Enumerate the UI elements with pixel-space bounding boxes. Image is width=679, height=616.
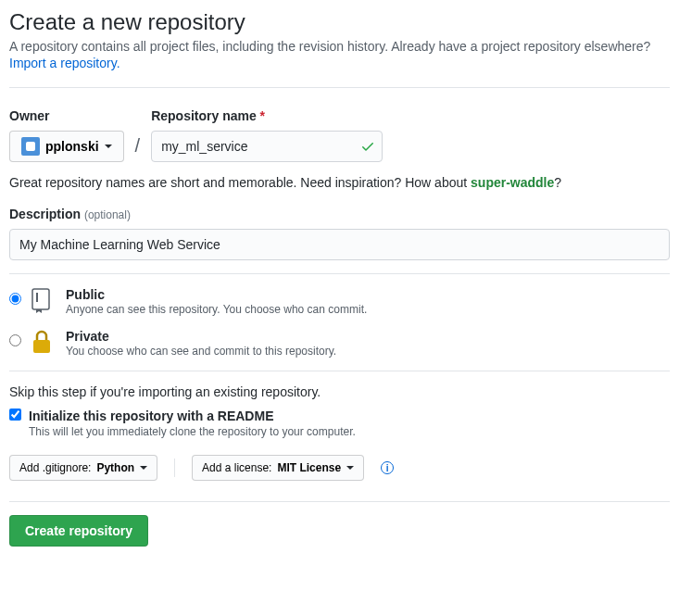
readme-checkbox[interactable] [9,409,21,421]
chevron-down-icon [105,145,112,148]
repo-name-input[interactable] [151,131,383,162]
page-title: Create a new repository [9,9,670,35]
private-title: Private [66,329,336,344]
readme-desc: This will let you immediately clone the … [29,425,356,438]
svg-rect-2 [33,340,50,353]
owner-label: Owner [9,108,124,123]
avatar-icon [21,137,40,156]
chevron-down-icon [140,466,147,470]
lock-icon [31,329,57,358]
public-radio[interactable] [9,293,21,305]
svg-rect-1 [36,293,38,302]
owner-value: pplonski [45,139,99,154]
owner-dropdown[interactable]: pplonski [9,131,124,162]
description-input[interactable] [9,229,670,260]
name-hint: Great repository names are short and mem… [9,175,670,190]
readme-title: Initialize this repository with a README [29,409,356,423]
create-repo-button[interactable]: Create repository [9,515,148,547]
gitignore-dropdown[interactable]: Add .gitignore: Python [9,455,157,481]
public-title: Public [66,287,367,302]
page-subtitle: A repository contains all project files,… [9,39,670,54]
name-suggestion[interactable]: super-waddle [471,175,554,190]
private-radio[interactable] [9,334,21,346]
chevron-down-icon [346,466,354,470]
skip-note: Skip this step if you're importing an ex… [9,384,670,399]
divider [9,371,670,371]
svg-rect-0 [32,289,49,309]
divider [9,273,670,274]
separator [174,459,175,477]
import-link[interactable]: Import a repository. [9,56,120,70]
info-icon[interactable]: i [381,461,394,474]
license-dropdown[interactable]: Add a license: MIT License [192,455,364,481]
divider [9,87,670,88]
check-icon [360,139,375,154]
repo-name-label: Repository name * [151,108,383,123]
private-desc: You choose who can see and commit to thi… [66,345,336,358]
description-label: Description (optional) [9,207,670,221]
slash-separator: / [135,115,141,157]
public-desc: Anyone can see this repository. You choo… [66,303,367,316]
divider [9,501,670,502]
repo-icon [31,287,57,316]
